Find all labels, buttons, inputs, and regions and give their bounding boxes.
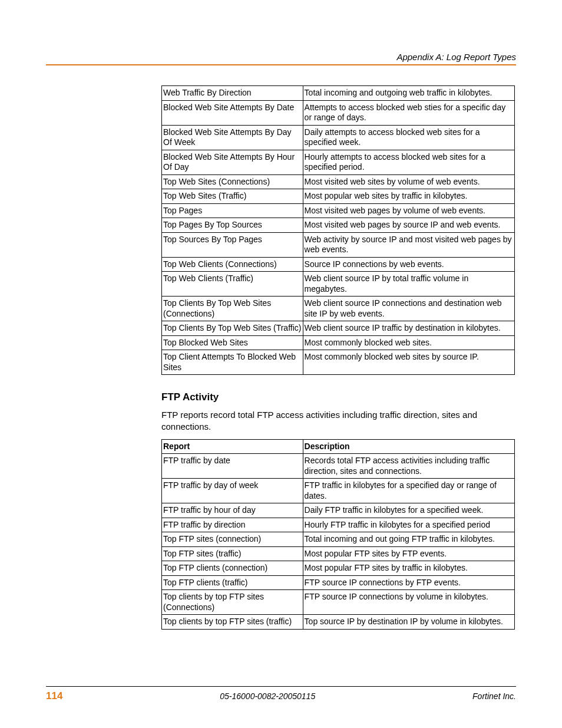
table-row: Top FTP sites (connection)Total incoming…	[162, 532, 515, 547]
report-cell: Top Clients By Top Web Sites (Connection…	[162, 297, 303, 321]
table-row: Top Clients By Top Web Sites (Connection…	[162, 297, 515, 321]
desc-cell: Total incoming and outgoing web traffic …	[303, 86, 514, 101]
table-row: Web Traffic By DirectionTotal incoming a…	[162, 86, 515, 101]
desc-cell: Most commonly blocked web sites.	[303, 335, 514, 350]
footer-doc-id: 05-16000-0082-20050115	[220, 691, 315, 701]
report-cell: Top Blocked Web Sites	[162, 335, 303, 350]
report-cell: Top clients by top FTP sites (traffic)	[162, 615, 303, 630]
header-report: Report	[162, 439, 303, 454]
desc-cell: Source IP connections by web events.	[303, 257, 514, 272]
header-title: Appendix A: Log Report Types	[46, 52, 516, 62]
desc-cell: Most popular web sites by traffic in kil…	[303, 189, 514, 204]
report-cell: Blocked Web Site Attempts By Date	[162, 100, 303, 125]
desc-cell: Records total FTP access activities incl…	[303, 454, 514, 479]
report-cell: FTP traffic by day of week	[162, 479, 303, 503]
table-row: Top Web Clients (Connections)Source IP c…	[162, 257, 515, 272]
desc-cell: Web client source IP by total traffic vo…	[303, 272, 514, 297]
desc-cell: FTP source IP connections by volume in k…	[303, 590, 514, 615]
report-cell: Web Traffic By Direction	[162, 86, 303, 101]
page-number: 114	[46, 690, 62, 702]
desc-cell: Most popular FTP sites by FTP events.	[303, 546, 514, 561]
table-row: Top FTP clients (traffic)FTP source IP c…	[162, 575, 515, 590]
report-cell: FTP traffic by direction	[162, 518, 303, 532]
report-cell: Top Pages By Top Sources	[162, 218, 303, 233]
report-cell: Top FTP sites (connection)	[162, 532, 303, 547]
table-row: Blocked Web Site Attempts By DateAttempt…	[162, 100, 515, 125]
ftp-activity-table: Report Description FTP traffic by dateRe…	[161, 439, 515, 630]
desc-cell: Daily attempts to access blocked web sit…	[303, 125, 514, 150]
report-cell: Blocked Web Site Attempts By Day Of Week	[162, 125, 303, 150]
page-footer: 114 05-16000-0082-20050115 Fortinet Inc.	[46, 686, 516, 702]
desc-cell: Most popular FTP sites by traffic in kil…	[303, 561, 514, 576]
report-cell: Top Web Clients (Traffic)	[162, 272, 303, 297]
desc-cell: Daily FTP traffic in kilobytes for a spe…	[303, 503, 514, 518]
desc-cell: FTP source IP connections by FTP events.	[303, 575, 514, 590]
desc-cell: Top source IP by destination IP by volum…	[303, 615, 514, 630]
table-row: Top PagesMost visited web pages by volum…	[162, 203, 515, 218]
table-row: Top Web Sites (Traffic)Most popular web …	[162, 189, 515, 204]
table-row: FTP traffic by dateRecords total FTP acc…	[162, 454, 515, 479]
table-row: Top clients by top FTP sites (traffic)To…	[162, 615, 515, 630]
table-row: FTP traffic by day of weekFTP traffic in…	[162, 479, 515, 503]
desc-cell: FTP traffic in kilobytes for a specified…	[303, 479, 514, 503]
desc-cell: Most visited web sites by volume of web …	[303, 174, 514, 189]
report-cell: FTP traffic by date	[162, 454, 303, 479]
report-cell: Top FTP clients (connection)	[162, 561, 303, 576]
table-row: Top Client Attempts To Blocked Web Sites…	[162, 350, 515, 375]
desc-cell: Hourly attempts to access blocked web si…	[303, 150, 514, 174]
table-row: FTP traffic by hour of dayDaily FTP traf…	[162, 503, 515, 518]
document-page: Appendix A: Log Report Types Web Traffic…	[0, 0, 562, 728]
page-content: Web Traffic By DirectionTotal incoming a…	[161, 85, 515, 630]
ftp-activity-intro: FTP reports record total FTP access acti…	[161, 409, 515, 433]
report-cell: Blocked Web Site Attempts By Hour Of Day	[162, 150, 303, 174]
web-activity-table: Web Traffic By DirectionTotal incoming a…	[161, 85, 515, 375]
table-row: Top FTP clients (connection)Most popular…	[162, 561, 515, 576]
page-header: Appendix A: Log Report Types	[46, 52, 516, 65]
desc-cell: Total incoming and out going FTP traffic…	[303, 532, 514, 547]
desc-cell: Most visited web pages by volume of web …	[303, 203, 514, 218]
report-cell: FTP traffic by hour of day	[162, 503, 303, 518]
desc-cell: Web client source IP traffic by destinat…	[303, 321, 514, 336]
table-row: Blocked Web Site Attempts By Day Of Week…	[162, 125, 515, 150]
table-row: Blocked Web Site Attempts By Hour Of Day…	[162, 150, 515, 174]
table-row: Top Sources By Top PagesWeb activity by …	[162, 232, 515, 257]
report-cell: Top Web Sites (Traffic)	[162, 189, 303, 204]
desc-cell: Most visited web pages by source IP and …	[303, 218, 514, 233]
ftp-activity-heading: FTP Activity	[161, 391, 515, 403]
report-cell: Top clients by top FTP sites (Connection…	[162, 590, 303, 615]
table-row: Top Blocked Web SitesMost commonly block…	[162, 335, 515, 350]
table-row: Top Web Clients (Traffic)Web client sour…	[162, 272, 515, 297]
report-cell: Top Web Sites (Connections)	[162, 174, 303, 189]
desc-cell: Attempts to access blocked web sties for…	[303, 100, 514, 125]
report-cell: Top Web Clients (Connections)	[162, 257, 303, 272]
desc-cell: Web client source IP connections and des…	[303, 297, 514, 321]
desc-cell: Web activity by source IP and most visit…	[303, 232, 514, 257]
report-cell: Top Clients By Top Web Sites (Traffic)	[162, 321, 303, 336]
header-description: Description	[303, 439, 514, 454]
table-row: FTP traffic by directionHourly FTP traff…	[162, 518, 515, 532]
table-row: Top FTP sites (traffic)Most popular FTP …	[162, 546, 515, 561]
report-cell: Top Client Attempts To Blocked Web Sites	[162, 350, 303, 375]
report-cell: Top Pages	[162, 203, 303, 218]
table-row: Top Pages By Top SourcesMost visited web…	[162, 218, 515, 233]
desc-cell: Most commonly blocked web sites by sourc…	[303, 350, 514, 375]
table-row: Top clients by top FTP sites (Connection…	[162, 590, 515, 615]
footer-company: Fortinet Inc.	[472, 691, 516, 701]
table-header-row: Report Description	[162, 439, 515, 454]
desc-cell: Hourly FTP traffic in kilobytes for a sp…	[303, 518, 514, 532]
report-cell: Top FTP sites (traffic)	[162, 546, 303, 561]
table-row: Top Web Sites (Connections)Most visited …	[162, 174, 515, 189]
table-row: Top Clients By Top Web Sites (Traffic)We…	[162, 321, 515, 336]
report-cell: Top FTP clients (traffic)	[162, 575, 303, 590]
report-cell: Top Sources By Top Pages	[162, 232, 303, 257]
